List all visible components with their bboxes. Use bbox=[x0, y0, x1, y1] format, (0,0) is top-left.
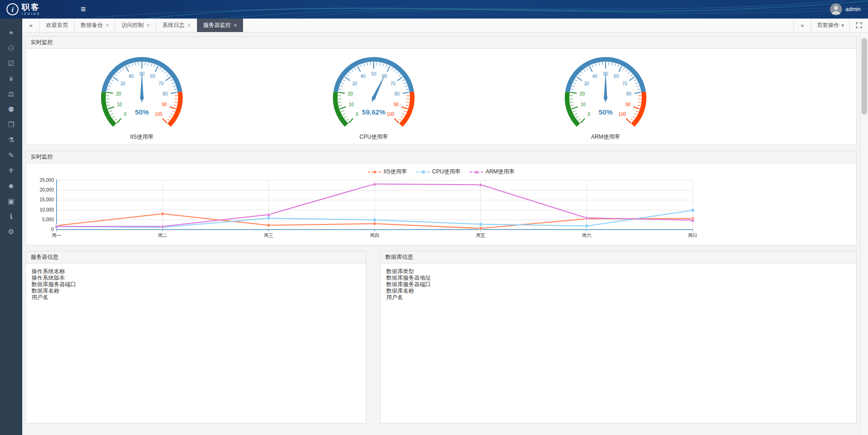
tab-close-icon[interactable]: × bbox=[106, 23, 109, 28]
svg-text:80: 80 bbox=[395, 91, 400, 96]
gauge-svg: 010203040506070809010059.62% bbox=[320, 51, 427, 133]
server-info-title: 服务器信息 bbox=[26, 251, 366, 263]
svg-text:30: 30 bbox=[584, 81, 589, 86]
gauge: 010203040506070809010059.62%CPU使用率 bbox=[258, 51, 490, 144]
tab-服务器监控[interactable]: 服务器监控× bbox=[197, 19, 243, 32]
tabs-scroll-right-button[interactable]: » bbox=[793, 19, 811, 32]
sidebar-item[interactable]: ⚗ bbox=[0, 132, 22, 147]
line-chart-svg: 05,00010,00015,00020,00025,000周一周二周三周四周五… bbox=[30, 177, 697, 242]
sidebar-item[interactable]: ℹ bbox=[0, 209, 22, 224]
tab-label: 系统日志 bbox=[162, 21, 185, 29]
legend-item-CPU使用率[interactable]: CPU使用率 bbox=[416, 168, 460, 176]
svg-text:40: 40 bbox=[360, 74, 366, 79]
tab-close-icon[interactable]: × bbox=[147, 23, 150, 28]
sidebar-item[interactable]: ⚭ bbox=[0, 25, 22, 40]
svg-text:20,000: 20,000 bbox=[39, 187, 54, 192]
sidebar-item[interactable]: ⚖ bbox=[0, 86, 22, 102]
line-chart-body: IIS使用率CPU使用率ARM使用率 05,00010,00015,00020,… bbox=[26, 168, 856, 245]
sidebar-item[interactable]: ¥ bbox=[0, 71, 22, 86]
server-info-panel: 服务器信息 操作系统名称操作系统版本数据库服务器端口数据库名称用户名 bbox=[26, 251, 366, 423]
sidebar-item[interactable]: ✎ bbox=[0, 147, 22, 163]
svg-text:90: 90 bbox=[162, 102, 167, 107]
info-row: 数据库名称 bbox=[32, 288, 360, 294]
legend-item-IIS使用率[interactable]: IIS使用率 bbox=[368, 168, 407, 176]
settings-icon: ⚙ bbox=[8, 228, 14, 236]
svg-text:0: 0 bbox=[51, 227, 54, 232]
vertical-scrollbar[interactable] bbox=[860, 32, 868, 435]
tab-数据备份[interactable]: 数据备份× bbox=[75, 19, 115, 32]
top-navbar: i 职客 IZHIKE ≡ admin bbox=[0, 0, 868, 19]
gauge: 010203040506070809010050%IIS使用率 bbox=[26, 51, 258, 144]
svg-text:20: 20 bbox=[116, 91, 121, 96]
legend-marker bbox=[416, 169, 430, 175]
legend-label: CPU使用率 bbox=[432, 168, 460, 176]
info-icon: ℹ bbox=[10, 212, 13, 221]
info-row: 操作系统版本 bbox=[32, 275, 360, 281]
svg-text:70: 70 bbox=[390, 81, 396, 86]
info-row: 数据库类型 bbox=[386, 268, 851, 275]
apparel-icon: ⚜ bbox=[8, 166, 14, 175]
line-chart-panel-title: 实时监控 bbox=[26, 151, 856, 163]
svg-text:周二: 周二 bbox=[158, 233, 167, 238]
svg-text:80: 80 bbox=[626, 91, 632, 96]
gauge-title: IIS使用率 bbox=[130, 133, 154, 141]
tab-bar-controls: » 页签操作 ▾ bbox=[793, 19, 868, 32]
tab-bar: « 欢迎首页数据备份×访问控制×系统日志×服务器监控× » 页签操作 ▾ bbox=[22, 19, 868, 32]
svg-text:10: 10 bbox=[117, 102, 122, 107]
svg-text:100: 100 bbox=[155, 112, 163, 117]
logo-text: 职客 bbox=[22, 3, 41, 12]
tab-list: 欢迎首页数据备份×访问控制×系统日志×服务器监控× bbox=[40, 19, 243, 32]
sidebar-item[interactable]: ⚇ bbox=[0, 40, 22, 56]
svg-text:60: 60 bbox=[382, 74, 388, 79]
scrollbar-thumb[interactable] bbox=[862, 38, 867, 115]
main-layout: ⚭⚇☑¥⚖⚉❐⚗✎⚜☻▣ℹ⚙ « 欢迎首页数据备份×访问控制×系统日志×服务器监… bbox=[0, 19, 868, 435]
svg-text:60: 60 bbox=[150, 74, 156, 79]
sidebar-item[interactable]: ⚜ bbox=[0, 163, 22, 178]
tab-欢迎首页[interactable]: 欢迎首页 bbox=[40, 19, 75, 32]
sidebar-item[interactable]: ⚙ bbox=[0, 224, 22, 239]
user-avatar[interactable] bbox=[830, 3, 842, 15]
logo-icon: i bbox=[6, 3, 19, 15]
tabs-scroll-left-button[interactable]: « bbox=[22, 19, 40, 32]
fullscreen-button[interactable] bbox=[849, 19, 868, 32]
svg-text:0: 0 bbox=[124, 112, 127, 117]
fullscreen-icon bbox=[856, 22, 862, 28]
tab-访问控制[interactable]: 访问控制× bbox=[115, 19, 156, 32]
line-chart-panel: 实时监控 IIS使用率CPU使用率ARM使用率 05,00010,00015,0… bbox=[26, 151, 857, 245]
sidebar-item[interactable]: ☑ bbox=[0, 56, 22, 71]
tab-label: 服务器监控 bbox=[203, 21, 231, 29]
svg-text:周三: 周三 bbox=[264, 233, 273, 238]
svg-text:100: 100 bbox=[387, 112, 395, 117]
gauge-row: 010203040506070809010050%IIS使用率010203040… bbox=[26, 49, 721, 145]
bank-icon: ⚖ bbox=[8, 90, 14, 98]
info-row: 操作系统名称 bbox=[32, 268, 360, 275]
legend-label: IIS使用率 bbox=[383, 168, 407, 176]
content-area: 实时监控 010203040506070809010050%IIS使用率0102… bbox=[22, 32, 868, 435]
sidebar-item[interactable]: ⚉ bbox=[0, 102, 22, 117]
svg-text:周六: 周六 bbox=[582, 233, 591, 238]
svg-text:25,000: 25,000 bbox=[39, 178, 54, 183]
svg-text:40: 40 bbox=[592, 74, 598, 79]
svg-text:周一: 周一 bbox=[52, 233, 61, 238]
app-logo[interactable]: i 职客 IZHIKE bbox=[0, 3, 74, 15]
legend-item-ARM使用率[interactable]: ARM使用率 bbox=[470, 168, 515, 176]
svg-text:0: 0 bbox=[356, 112, 358, 117]
legend-label: ARM使用率 bbox=[485, 168, 515, 176]
sidebar-item[interactable]: ▣ bbox=[0, 193, 22, 209]
logo-subtext: IZHIKE bbox=[22, 12, 41, 15]
svg-text:70: 70 bbox=[622, 81, 628, 86]
gauge-svg: 010203040506070809010050% bbox=[89, 51, 195, 133]
tab-系统日志[interactable]: 系统日志× bbox=[156, 19, 197, 32]
svg-text:50: 50 bbox=[371, 71, 377, 77]
server-info-list: 操作系统名称操作系统版本数据库服务器端口数据库名称用户名 bbox=[26, 263, 366, 305]
sidebar-item[interactable]: ☻ bbox=[0, 178, 22, 193]
tasks-icon: ☑ bbox=[8, 59, 14, 68]
user-menu[interactable]: admin bbox=[830, 3, 868, 15]
sidebar-item[interactable]: ❐ bbox=[0, 117, 22, 132]
sidebar-toggle-button[interactable]: ≡ bbox=[81, 4, 86, 14]
tab-close-icon[interactable]: × bbox=[187, 23, 191, 28]
info-row: 数据库服务器端口 bbox=[32, 281, 360, 288]
tab-label: 数据备份 bbox=[81, 21, 103, 29]
tab-operations-dropdown[interactable]: 页签操作 ▾ bbox=[811, 19, 849, 32]
tab-close-icon[interactable]: × bbox=[234, 23, 237, 28]
